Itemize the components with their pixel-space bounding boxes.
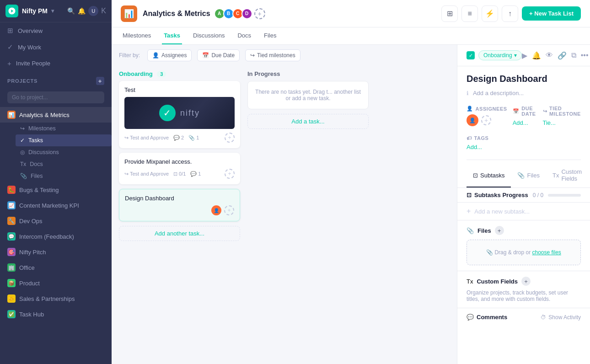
upload-button[interactable]: ↑ [502, 5, 518, 22]
files-icon2: 📎 [467, 227, 474, 234]
task-design-add-assignee[interactable]: + [224, 205, 234, 215]
sidebar-item-overview-label: Overview [18, 27, 43, 34]
eye-icon[interactable]: 👁 [546, 51, 553, 59]
task-test-add-assignee[interactable]: + [225, 133, 235, 143]
brand[interactable]: Nifty PM ▾ [5, 5, 54, 17]
project-icon: 📊 [121, 5, 137, 22]
sidebar-item-my-work[interactable]: ✓ My Work [0, 39, 112, 55]
add-project-btn[interactable]: + [96, 77, 104, 85]
files-tab-icon: 📎 [517, 172, 525, 179]
taskhub-label: Task Hub [19, 311, 44, 318]
choose-files-link[interactable]: choose files [532, 249, 561, 256]
collapse-icon[interactable]: K [101, 7, 106, 15]
devops-dot: 🔧 [7, 217, 16, 225]
sales-label: Sales & Partnerships [19, 295, 75, 302]
task-complete-checkbox[interactable]: ✓ [467, 51, 475, 59]
task-test-title: Test [124, 86, 235, 93]
sidebar-sub-milestones[interactable]: ↪ Milestones [16, 123, 112, 134]
intercom-label: Intercom (Feedback) [19, 233, 74, 240]
tags-add[interactable]: Add... [467, 144, 581, 150]
search-icon[interactable]: 🔍 [67, 7, 75, 15]
sidebar-sub-docs[interactable]: Tx Docs [16, 158, 112, 170]
sidebar-project-analytics[interactable]: 📊 Analytics & Metrics [0, 107, 112, 123]
sidebar-project-sales[interactable]: 🤝 Sales & Partnerships [0, 291, 112, 306]
column-in-progress: In Progress There are no tasks yet. Drag… [247, 66, 369, 357]
tab-tasks[interactable]: Tasks [162, 27, 182, 44]
play-icon[interactable]: ▶ [522, 51, 527, 60]
avatar-icon[interactable]: U [88, 6, 98, 16]
add-member-button[interactable]: + [254, 8, 265, 19]
sidebar-project-pitch[interactable]: 🎯 Nifty Pitch [0, 244, 112, 260]
sidebar-project-devops[interactable]: 🔧 Dev Ops [0, 213, 112, 229]
sidebar-sub-files[interactable]: 📎 Files [16, 170, 112, 182]
link-icon[interactable]: 🔗 [558, 51, 567, 60]
tab-docs[interactable]: Docs [236, 27, 253, 44]
filter-assignees[interactable]: 👤 Assignees [147, 49, 192, 61]
assignee-avatar: 👤 [467, 114, 478, 126]
sidebar-header-icons: 🔍 🔔 U K [67, 6, 106, 16]
onboarding-title: Onboarding [119, 70, 153, 77]
sidebar-project-content[interactable]: 📈 Content Marketing KPI [0, 198, 112, 213]
task-card-mixpanel[interactable]: Provide Mixpanel access. ↪ Test and Appr… [119, 153, 240, 184]
task-detail-description[interactable]: ℹ Add a description... [457, 88, 590, 102]
more-icon[interactable]: ••• [581, 51, 589, 59]
filter-tied-milestones[interactable]: ↪ Tied milestones [245, 49, 300, 61]
sidebar-project-product[interactable]: 📦 Product [0, 275, 112, 291]
zap-button[interactable]: ⚡ [482, 5, 498, 22]
task-card-design-dashboard[interactable]: Design Dashboard 👤 + [119, 189, 240, 221]
assignees-label: 👤 Assignees [467, 106, 507, 112]
sidebar-project-taskhub[interactable]: ✅ Task Hub [0, 306, 112, 322]
files-add-button[interactable]: + [495, 226, 504, 235]
sidebar-item-invite-people[interactable]: + Invite People [0, 55, 112, 71]
add-subtask-row[interactable]: + Add a new subtask... [457, 203, 590, 220]
detail-tab-comments[interactable]: 💬 Comments [588, 164, 590, 187]
analytics-dot: 📊 [7, 111, 16, 119]
comments-icon: 💬 [467, 314, 474, 321]
copy-icon[interactable]: ⧉ [571, 51, 576, 59]
add-another-task-button[interactable]: Add another task... [119, 226, 240, 241]
show-activity-button[interactable]: ⏱ Show Activity [541, 314, 581, 321]
task-card-test[interactable]: Test ✓ nifty ↪ Test and Approve [119, 81, 240, 148]
tab-files[interactable]: Files [262, 27, 278, 44]
add-task-button[interactable]: Add a task... [247, 114, 369, 129]
subtasks-progress-row: ⊡ Subtasks Progress 0 / 0 [457, 188, 590, 203]
notification-icon[interactable]: 🔔 [78, 7, 86, 15]
task-mixpanel-add-assignee[interactable]: + [225, 169, 235, 179]
sidebar-sub-discussions[interactable]: ◎ Discussions [16, 146, 112, 158]
grid-view-button[interactable]: ⊞ [441, 5, 458, 22]
custom-fields-add-button[interactable]: + [521, 277, 531, 286]
sidebar-sub-tasks[interactable]: ✓ Tasks [16, 134, 112, 146]
filter-due-date[interactable]: 📅 Due Date [197, 49, 240, 61]
brand-dropdown[interactable]: ▾ [51, 8, 54, 14]
due-date-value[interactable]: Add... [513, 119, 537, 126]
docs-label: Docs [30, 161, 43, 167]
activity-icon: ⏱ [541, 314, 546, 321]
tab-milestones[interactable]: Milestones [121, 27, 153, 44]
sidebar-project-intercom[interactable]: 💬 Intercom (Feedback) [0, 229, 112, 244]
new-task-list-button[interactable]: + New Task List [522, 6, 581, 21]
detail-tab-files[interactable]: 📎 Files [511, 164, 546, 187]
tab-discussions[interactable]: Discussions [191, 27, 226, 44]
sidebar-item-overview[interactable]: ⊞ Overview [0, 22, 112, 39]
status-dropdown[interactable]: Onboarding ▾ [478, 50, 522, 60]
intercom-dot: 💬 [7, 232, 16, 241]
detail-tab-subtasks[interactable]: ⊡ Subtasks [467, 164, 511, 187]
task-mixpanel-subtasks: ⊡ 0/1 [173, 171, 186, 177]
divider-1 [467, 160, 581, 160]
task-test-meta: ↪ Test and Approve 💬 2 📎 1 [124, 133, 235, 143]
invite-icon: + [7, 59, 11, 67]
subtasks-progress-bar [548, 194, 581, 197]
bell-icon[interactable]: 🔔 [532, 51, 541, 60]
sidebar-header: Nifty PM ▾ 🔍 🔔 U K [0, 0, 112, 22]
milestone-icon: ↪ [124, 135, 129, 141]
search-input[interactable] [7, 91, 104, 103]
sidebar-project-office[interactable]: 🏢 Office [0, 260, 112, 275]
list-view-button[interactable]: ≡ [461, 5, 478, 22]
add-subtask-label: Add a new subtask... [474, 208, 530, 215]
tasks-icon: ✓ [20, 137, 25, 144]
tied-milestone-value[interactable]: Tie... [543, 119, 581, 126]
calendar-icon: 📅 [202, 52, 209, 59]
detail-tab-custom-fields[interactable]: Tx Custom Fields [546, 164, 588, 187]
sidebar-project-bugs[interactable]: 🐛 Bugs & Testing [0, 182, 112, 198]
add-assignee-button[interactable]: + [481, 115, 491, 125]
